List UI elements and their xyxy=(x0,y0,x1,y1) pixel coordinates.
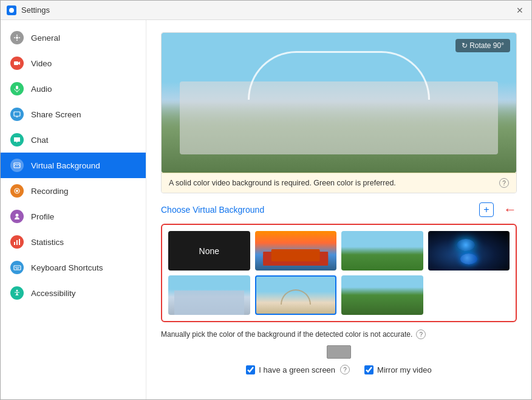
manually-pick-row: Manually pick the color of the backgroun… xyxy=(161,329,517,339)
svg-rect-17 xyxy=(16,268,19,269)
dome-shape xyxy=(281,289,311,305)
green-screen-label: I have a green screen xyxy=(259,365,335,374)
statistics-icon xyxy=(10,235,24,249)
color-swatch[interactable] xyxy=(327,345,351,359)
sidebar-item-chat[interactable]: Chat xyxy=(1,127,146,153)
svg-point-0 xyxy=(9,8,14,13)
bg-item-none[interactable]: None xyxy=(168,231,250,271)
notice-message: A solid color video background is requir… xyxy=(169,179,396,187)
titlebar: Settings ✕ xyxy=(1,1,531,20)
mirror-checkbox-item: Mirror my video xyxy=(364,365,432,374)
building-body xyxy=(174,291,244,315)
choose-bg-title: Choose Virtual Background xyxy=(161,205,264,215)
bridge-deck xyxy=(263,255,329,266)
background-grid-container: None xyxy=(161,224,517,322)
choose-bg-header-left: Choose Virtual Background xyxy=(161,205,264,215)
video-preview: ↻ Rotate 90° xyxy=(162,33,516,173)
sidebar: General Video Audio Share Screen xyxy=(1,20,146,399)
video-preview-container: ↻ Rotate 90° A solid color video backgro… xyxy=(161,32,517,193)
sidebar-label-chat: Chat xyxy=(31,136,49,145)
sidebar-label-virtual-background: Virtual Background xyxy=(31,161,100,170)
sidebar-item-general[interactable]: General xyxy=(1,25,146,50)
accessibility-icon xyxy=(10,286,24,300)
svg-point-18 xyxy=(16,290,18,292)
background-grid: None xyxy=(168,231,510,315)
titlebar-left: Settings xyxy=(7,5,50,15)
bg-item-grass[interactable] xyxy=(341,231,423,271)
green-screen-checkbox-item: I have a green screen ? xyxy=(246,365,350,374)
svg-rect-3 xyxy=(16,86,18,89)
share-screen-icon xyxy=(10,108,24,121)
svg-rect-2 xyxy=(14,61,18,65)
settings-window: Settings ✕ General Video Aud xyxy=(0,0,532,400)
chat-icon xyxy=(10,133,24,147)
main-content: General Video Audio Share Screen xyxy=(1,20,531,399)
mirror-label: Mirror my video xyxy=(377,365,432,374)
sidebar-label-keyboard-shortcuts: Keyboard Shortcuts xyxy=(31,263,103,272)
sidebar-item-video[interactable]: Video xyxy=(1,50,146,76)
sidebar-label-audio: Audio xyxy=(31,84,52,94)
color-swatch-container xyxy=(161,345,517,359)
video-icon xyxy=(10,57,24,70)
svg-rect-5 xyxy=(14,112,20,116)
sidebar-item-profile[interactable]: Profile xyxy=(1,204,146,229)
close-button[interactable]: ✕ xyxy=(514,5,525,16)
add-background-button[interactable]: + xyxy=(479,202,494,217)
sidebar-item-statistics[interactable]: Statistics xyxy=(1,229,146,255)
bg-item-bridge[interactable] xyxy=(255,231,337,271)
svg-rect-12 xyxy=(19,239,20,245)
rotate-button[interactable]: ↻ Rotate 90° xyxy=(455,39,510,52)
svg-point-9 xyxy=(16,214,19,217)
virtual-background-icon xyxy=(10,159,24,172)
mirror-checkbox[interactable] xyxy=(364,365,373,374)
svg-point-1 xyxy=(16,36,18,39)
sidebar-label-general: General xyxy=(31,33,60,43)
keyboard-shortcuts-icon xyxy=(10,261,24,274)
bg-item-garden[interactable] xyxy=(341,275,423,315)
checkbox-row: I have a green screen ? Mirror my video xyxy=(161,365,517,374)
profile-icon xyxy=(10,210,24,223)
sidebar-label-profile: Profile xyxy=(31,212,54,221)
sidebar-item-recording[interactable]: Recording xyxy=(1,178,146,204)
notice-info-icon[interactable]: ? xyxy=(499,178,509,188)
svg-point-8 xyxy=(16,190,18,192)
svg-rect-14 xyxy=(15,267,16,268)
svg-rect-10 xyxy=(14,242,15,245)
green-screen-info-icon[interactable]: ? xyxy=(340,365,350,374)
none-label: None xyxy=(199,246,219,256)
sidebar-item-share-screen[interactable]: Share Screen xyxy=(1,102,146,127)
notice-bar: A solid color video background is requir… xyxy=(162,173,516,193)
svg-rect-16 xyxy=(18,267,19,268)
choose-bg-header-right: + ← xyxy=(479,202,517,218)
choose-bg-section: Choose Virtual Background + ← None xyxy=(161,202,517,374)
sidebar-label-share-screen: Share Screen xyxy=(31,110,81,119)
bg-item-dome[interactable] xyxy=(255,275,337,315)
sidebar-item-accessibility[interactable]: Accessibility xyxy=(1,280,146,306)
manually-pick-info-icon[interactable]: ? xyxy=(416,329,426,339)
svg-rect-15 xyxy=(16,267,18,268)
sidebar-label-recording: Recording xyxy=(31,187,69,196)
content-area: ↻ Rotate 90° A solid color video backgro… xyxy=(146,20,531,399)
sidebar-label-video: Video xyxy=(31,59,52,68)
gear-icon xyxy=(10,31,24,44)
arrow-indicator: ← xyxy=(503,202,517,218)
audio-icon xyxy=(10,82,24,95)
notice-text: A solid color video background is requir… xyxy=(169,179,396,187)
sidebar-item-keyboard-shortcuts[interactable]: Keyboard Shortcuts xyxy=(1,255,146,280)
app-icon xyxy=(7,5,16,15)
choose-bg-header: Choose Virtual Background + ← xyxy=(161,202,517,218)
sidebar-label-accessibility: Accessibility xyxy=(31,289,76,298)
bg-item-space[interactable] xyxy=(428,231,510,271)
sidebar-label-statistics: Statistics xyxy=(31,238,64,247)
green-screen-checkbox[interactable] xyxy=(246,365,255,374)
recording-icon xyxy=(10,184,24,198)
manually-pick-text: Manually pick the color of the backgroun… xyxy=(161,330,412,339)
svg-rect-11 xyxy=(16,240,18,245)
bg-item-building[interactable] xyxy=(168,275,250,315)
sidebar-item-audio[interactable]: Audio xyxy=(1,76,146,102)
window-title: Settings xyxy=(21,5,50,15)
earth xyxy=(460,253,477,264)
preview-dome xyxy=(248,51,430,100)
sidebar-item-virtual-background[interactable]: Virtual Background xyxy=(1,153,146,178)
